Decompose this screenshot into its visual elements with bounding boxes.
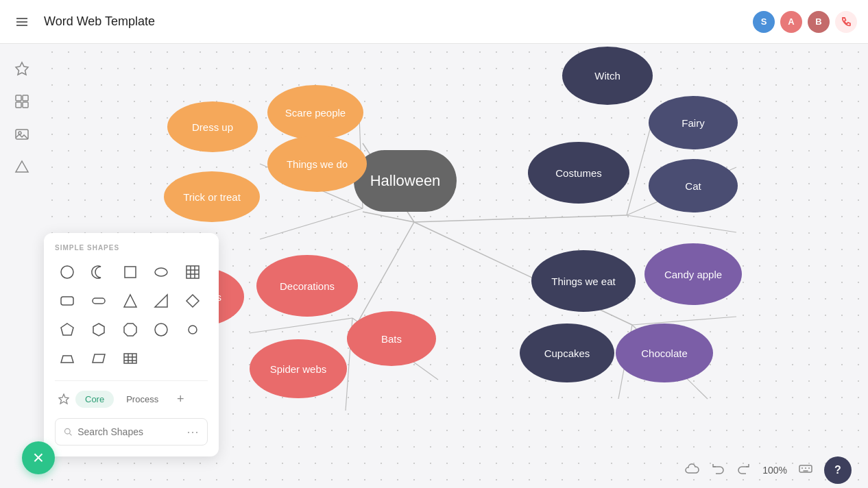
shape-octagon[interactable] (118, 317, 143, 342)
tab-add-button[interactable]: + (171, 389, 190, 408)
avatar-s[interactable]: S (753, 11, 775, 33)
node-things-we-eat[interactable]: Things we eat (531, 250, 636, 312)
shape-small-circle[interactable] (180, 317, 205, 342)
svg-marker-3 (16, 62, 28, 75)
undo-icon[interactable] (710, 461, 725, 480)
panel-tabs: Core Process + (55, 380, 208, 408)
sidebar-icon-grid[interactable] (8, 88, 36, 115)
shape-table-2[interactable] (118, 346, 143, 371)
avatar-a[interactable]: A (780, 11, 802, 33)
svg-marker-24 (61, 324, 73, 335)
svg-line-52 (627, 215, 736, 232)
tab-star-icon[interactable] (55, 390, 73, 408)
redo-icon[interactable] (736, 461, 751, 480)
page-title: Word Web Template (44, 14, 155, 29)
panel-label: SIMPLE SHAPES (55, 244, 208, 252)
node-chocolate[interactable]: Chocolate (616, 324, 713, 382)
svg-line-47 (250, 318, 352, 333)
shape-rounded-rect-thin[interactable] (86, 289, 111, 313)
node-trick-or-treat[interactable]: Trick or treat (164, 171, 260, 222)
node-scare-people[interactable]: Scare people (267, 85, 363, 140)
shape-diamond[interactable] (180, 289, 205, 313)
svg-point-13 (155, 268, 167, 276)
shape-crescent[interactable] (86, 260, 111, 284)
svg-rect-7 (23, 102, 28, 108)
tab-process[interactable]: Process (117, 391, 168, 408)
keyboard-icon[interactable] (798, 461, 813, 480)
shapes-panel: SIMPLE SHAPES (44, 233, 219, 456)
svg-marker-25 (93, 324, 104, 336)
svg-rect-20 (93, 298, 105, 304)
svg-marker-21 (124, 295, 136, 307)
node-bats[interactable]: Bats (347, 311, 436, 366)
shape-table[interactable] (180, 260, 205, 284)
sidebar-icon-shape[interactable] (8, 154, 36, 181)
more-options-button[interactable]: ⋯ (186, 424, 199, 439)
svg-rect-19 (61, 297, 73, 305)
svg-point-11 (61, 266, 73, 278)
svg-marker-22 (155, 295, 167, 307)
fab-button[interactable]: × (22, 441, 55, 474)
search-icon (64, 426, 72, 437)
svg-line-46 (260, 208, 363, 239)
node-cupcakes[interactable]: Cupcakes (520, 324, 614, 382)
menu-button[interactable] (11, 11, 33, 33)
svg-line-40 (363, 212, 414, 222)
shape-square[interactable] (118, 260, 143, 284)
node-candy-apple[interactable]: Candy apple (644, 243, 742, 305)
tab-core[interactable]: Core (75, 391, 114, 408)
avatar-b[interactable]: B (808, 11, 830, 33)
shape-right-triangle[interactable] (149, 289, 173, 313)
call-button[interactable] (835, 11, 857, 33)
shape-pentagon[interactable] (55, 317, 80, 342)
svg-marker-26 (124, 324, 136, 336)
svg-rect-6 (16, 102, 21, 108)
svg-rect-31 (124, 354, 136, 363)
shape-rounded-rect[interactable] (55, 289, 80, 313)
shape-ellipse[interactable] (149, 260, 173, 284)
svg-line-42 (414, 215, 627, 222)
shapes-grid (55, 260, 208, 371)
svg-marker-23 (186, 295, 199, 307)
node-cat[interactable]: Cat (649, 159, 738, 212)
shape-trapezoid[interactable] (55, 346, 80, 371)
svg-point-27 (155, 324, 167, 336)
shape-parallelogram[interactable] (86, 346, 111, 371)
node-spider-webs[interactable]: Spider webs (250, 339, 347, 398)
svg-point-37 (65, 428, 71, 434)
node-decorations[interactable]: Decorations (256, 255, 358, 317)
svg-line-38 (69, 433, 71, 435)
sidebar-icon-star[interactable] (8, 55, 36, 82)
node-costumes[interactable]: Costumes (528, 142, 629, 204)
svg-rect-12 (125, 267, 136, 278)
search-box: ⋯ (55, 418, 208, 446)
zoom-level: 100% (762, 465, 787, 476)
node-halloween[interactable]: Halloween (354, 150, 457, 212)
header: Word Web Template S A B (0, 0, 868, 44)
svg-marker-36 (59, 394, 69, 404)
node-fairy[interactable]: Fairy (649, 96, 738, 149)
shape-hexagon[interactable] (86, 317, 111, 342)
node-dress-up[interactable]: Dress up (167, 101, 258, 152)
shape-triangle[interactable] (118, 289, 143, 313)
shape-circle-outline[interactable] (149, 317, 173, 342)
node-witch[interactable]: Witch (562, 47, 653, 105)
svg-rect-4 (16, 95, 21, 101)
header-right: S A B (753, 11, 857, 33)
sidebar-icon-image[interactable] (8, 121, 36, 148)
shape-circle[interactable] (55, 260, 80, 284)
svg-marker-30 (93, 354, 105, 363)
bottom-bar: 100% ? (0, 452, 868, 488)
svg-marker-29 (61, 356, 73, 363)
search-input[interactable] (77, 426, 181, 437)
help-button[interactable]: ? (824, 456, 852, 484)
cloud-icon[interactable] (684, 461, 699, 480)
svg-rect-14 (186, 266, 199, 278)
left-sidebar (0, 44, 44, 488)
node-things-we-do[interactable]: Things we do (267, 136, 367, 192)
svg-marker-10 (16, 161, 28, 172)
svg-point-28 (189, 326, 197, 334)
svg-line-53 (632, 317, 736, 325)
svg-line-50 (627, 119, 653, 215)
svg-rect-5 (23, 95, 28, 101)
